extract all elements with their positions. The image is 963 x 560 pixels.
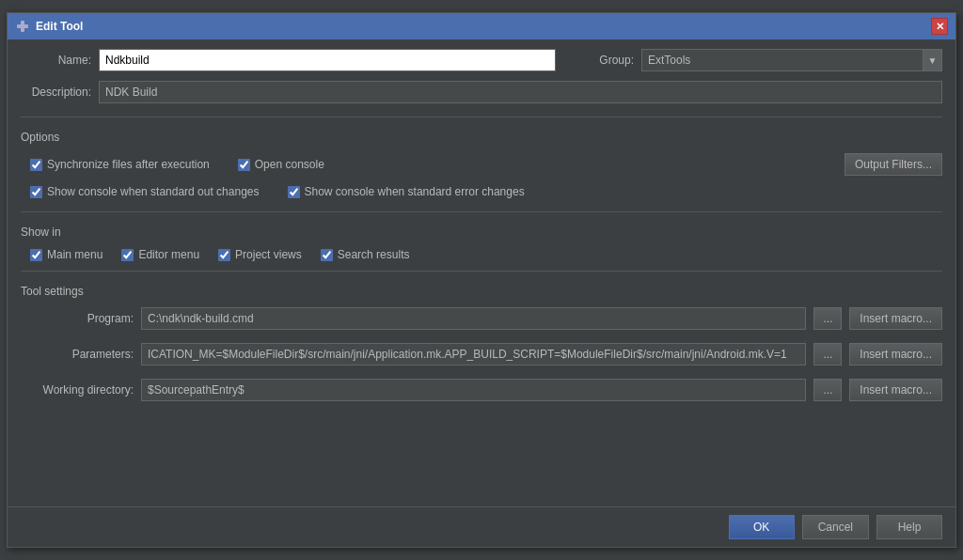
open-console-checkbox[interactable] [238, 159, 250, 171]
parameters-input[interactable] [141, 343, 806, 366]
show-in-label: Show in [21, 226, 942, 239]
search-results-checkbox[interactable] [321, 249, 333, 261]
options-row-1: Synchronize files after execution Open c… [21, 153, 942, 176]
search-results-label: Search results [338, 248, 410, 261]
group-select-container: ExtTools ▼ [641, 49, 942, 71]
options-label: Options [21, 131, 942, 144]
editor-menu-item: Editor menu [121, 248, 199, 261]
parameters-browse-button[interactable]: ... [813, 343, 842, 366]
description-input[interactable] [99, 81, 942, 103]
dialog-body: Name: Group: ExtTools ▼ Description: Opt… [8, 39, 955, 506]
name-input[interactable] [99, 49, 556, 71]
program-input[interactable] [141, 307, 806, 330]
dialog-title: Edit Tool [36, 20, 83, 33]
open-console-item: Open console [238, 158, 324, 171]
divider-options [21, 117, 942, 117]
title-bar: Edit Tool ✕ [8, 13, 955, 39]
name-label: Name: [21, 54, 91, 67]
divider-show-in [21, 211, 942, 212]
cancel-button[interactable]: Cancel [802, 515, 869, 539]
divider-tool-settings [21, 271, 942, 272]
dialog-footer: OK Cancel Help [8, 506, 955, 547]
working-dir-browse-button[interactable]: ... [813, 379, 842, 401]
ok-button[interactable]: OK [729, 515, 795, 539]
name-row: Name: Group: ExtTools ▼ [21, 49, 942, 71]
show-console-stdout-label: Show console when standard out changes [47, 185, 260, 198]
close-button[interactable]: ✕ [931, 18, 948, 35]
open-console-label: Open console [255, 158, 324, 171]
sync-files-label: Synchronize files after execution [47, 158, 210, 171]
sync-files-checkbox[interactable] [30, 159, 42, 171]
parameters-row: Parameters: ... Insert macro... [21, 343, 942, 366]
working-dir-macro-button[interactable]: Insert macro... [849, 379, 942, 401]
title-bar-left: Edit Tool [15, 19, 83, 34]
tool-settings-label: Tool settings [21, 285, 942, 298]
group-select[interactable]: ExtTools [641, 49, 924, 71]
working-dir-label: Working directory: [21, 383, 134, 397]
show-console-stderr-checkbox[interactable] [288, 186, 300, 198]
description-label: Description: [21, 86, 91, 99]
program-label: Program: [21, 312, 134, 325]
working-dir-input[interactable] [141, 379, 806, 401]
group-dropdown-arrow[interactable]: ▼ [924, 49, 942, 71]
edit-tool-dialog: Edit Tool ✕ Name: Group: ExtTools ▼ Desc… [7, 12, 956, 548]
options-row-2: Show console when standard out changes S… [21, 185, 942, 198]
description-row: Description: [21, 81, 942, 103]
main-menu-checkbox[interactable] [30, 249, 42, 261]
show-console-stderr-item: Show console when standard error changes [288, 185, 525, 198]
sync-files-item: Synchronize files after execution [30, 158, 210, 171]
options-left: Synchronize files after execution Open c… [30, 158, 845, 171]
program-row: Program: ... Insert macro... [21, 307, 942, 330]
parameters-macro-button[interactable]: Insert macro... [849, 343, 942, 366]
project-views-checkbox[interactable] [218, 249, 230, 261]
parameters-label: Parameters: [21, 348, 134, 361]
editor-menu-label: Editor menu [138, 248, 199, 261]
main-menu-label: Main menu [47, 248, 103, 261]
show-in-row: Main menu Editor menu Project views Sear… [21, 248, 942, 261]
program-browse-button[interactable]: ... [813, 307, 842, 330]
tool-icon [15, 19, 30, 34]
project-views-item: Project views [218, 248, 302, 261]
project-views-label: Project views [235, 248, 302, 261]
main-menu-item: Main menu [30, 248, 103, 261]
show-console-stdout-item: Show console when standard out changes [30, 185, 260, 198]
show-console-stderr-label: Show console when standard error changes [305, 185, 525, 198]
group-label: Group: [563, 54, 634, 67]
help-button[interactable]: Help [876, 515, 942, 539]
search-results-item: Search results [321, 248, 410, 261]
editor-menu-checkbox[interactable] [121, 249, 134, 261]
program-macro-button[interactable]: Insert macro... [849, 307, 942, 330]
output-filters-button[interactable]: Output Filters... [845, 153, 942, 176]
show-console-stdout-checkbox[interactable] [30, 186, 42, 198]
working-dir-row: Working directory: ... Insert macro... [21, 379, 942, 401]
svg-rect-1 [21, 21, 24, 32]
